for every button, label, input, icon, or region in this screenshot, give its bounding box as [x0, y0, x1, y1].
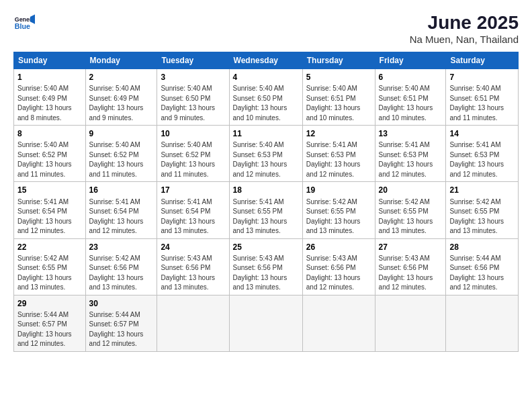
logo: General Blue [13, 12, 35, 34]
calendar-cell: 2Sunrise: 5:40 AMSunset: 6:49 PMDaylight… [85, 69, 157, 126]
calendar-cell: 5Sunrise: 5:40 AMSunset: 6:51 PMDaylight… [302, 69, 375, 126]
day-number: 4 [233, 72, 299, 83]
calendar-cell: 28Sunrise: 5:44 AMSunset: 6:56 PMDayligh… [446, 238, 519, 295]
calendar-header-row: SundayMondayTuesdayWednesdayThursdayFrid… [14, 52, 519, 69]
day-number: 24 [161, 242, 225, 253]
calendar-week-row: 8Sunrise: 5:40 AMSunset: 6:52 PMDaylight… [14, 126, 519, 182]
day-number: 18 [233, 185, 299, 195]
day-number: 16 [89, 185, 154, 195]
day-info: Sunrise: 5:40 AMSunset: 6:49 PMDaylight:… [89, 85, 144, 122]
calendar-week-row: 22Sunrise: 5:42 AMSunset: 6:55 PMDayligh… [14, 238, 519, 295]
calendar-cell: 29Sunrise: 5:44 AMSunset: 6:57 PMDayligh… [14, 295, 86, 351]
calendar-cell [375, 295, 446, 351]
day-info: Sunrise: 5:40 AMSunset: 6:52 PMDaylight:… [17, 141, 72, 178]
day-number: 8 [17, 128, 82, 139]
calendar-cell: 18Sunrise: 5:41 AMSunset: 6:55 PMDayligh… [229, 182, 302, 238]
calendar-cell: 8Sunrise: 5:40 AMSunset: 6:52 PMDaylight… [14, 126, 86, 182]
weekday-header-sunday: Sunday [14, 52, 86, 69]
weekday-header-tuesday: Tuesday [157, 52, 229, 69]
day-info: Sunrise: 5:42 AMSunset: 6:56 PMDaylight:… [89, 255, 144, 291]
day-number: 29 [17, 298, 82, 309]
calendar-cell: 14Sunrise: 5:41 AMSunset: 6:53 PMDayligh… [446, 126, 519, 182]
weekday-header-thursday: Thursday [302, 52, 375, 69]
day-info: Sunrise: 5:40 AMSunset: 6:51 PMDaylight:… [306, 85, 361, 122]
day-number: 15 [17, 185, 82, 195]
calendar-cell: 10Sunrise: 5:40 AMSunset: 6:52 PMDayligh… [157, 126, 229, 182]
day-number: 14 [449, 128, 515, 139]
calendar-cell: 4Sunrise: 5:40 AMSunset: 6:50 PMDaylight… [229, 69, 302, 126]
weekday-header-saturday: Saturday [446, 52, 519, 69]
calendar-cell: 23Sunrise: 5:42 AMSunset: 6:56 PMDayligh… [85, 238, 157, 295]
day-number: 27 [379, 242, 443, 253]
calendar-cell: 30Sunrise: 5:44 AMSunset: 6:57 PMDayligh… [85, 295, 157, 351]
day-info: Sunrise: 5:40 AMSunset: 6:49 PMDaylight:… [17, 85, 72, 122]
day-info: Sunrise: 5:40 AMSunset: 6:52 PMDaylight:… [89, 141, 144, 178]
day-number: 11 [233, 128, 299, 139]
calendar-cell: 6Sunrise: 5:40 AMSunset: 6:51 PMDaylight… [375, 69, 446, 126]
calendar-cell: 15Sunrise: 5:41 AMSunset: 6:54 PMDayligh… [14, 182, 86, 238]
calendar-cell: 22Sunrise: 5:42 AMSunset: 6:55 PMDayligh… [14, 238, 86, 295]
day-info: Sunrise: 5:40 AMSunset: 6:51 PMDaylight:… [449, 85, 504, 122]
calendar-cell [302, 295, 375, 351]
day-info: Sunrise: 5:44 AMSunset: 6:56 PMDaylight:… [449, 255, 504, 291]
day-info: Sunrise: 5:42 AMSunset: 6:55 PMDaylight:… [17, 255, 72, 291]
day-info: Sunrise: 5:40 AMSunset: 6:50 PMDaylight:… [233, 85, 287, 122]
day-number: 20 [379, 185, 443, 195]
month-year-title: June 2025 [410, 12, 519, 34]
calendar-cell: 21Sunrise: 5:42 AMSunset: 6:55 PMDayligh… [446, 182, 519, 238]
day-number: 6 [379, 72, 443, 83]
calendar-cell: 12Sunrise: 5:41 AMSunset: 6:53 PMDayligh… [302, 126, 375, 182]
header: General Blue June 2025 Na Muen, Nan, Tha… [13, 12, 519, 45]
calendar-cell [157, 295, 229, 351]
calendar-week-row: 1Sunrise: 5:40 AMSunset: 6:49 PMDaylight… [14, 69, 519, 126]
calendar-cell: 27Sunrise: 5:43 AMSunset: 6:56 PMDayligh… [375, 238, 446, 295]
day-number: 9 [89, 128, 154, 139]
calendar-cell: 1Sunrise: 5:40 AMSunset: 6:49 PMDaylight… [14, 69, 86, 126]
calendar-cell: 17Sunrise: 5:41 AMSunset: 6:54 PMDayligh… [157, 182, 229, 238]
calendar-cell [446, 295, 519, 351]
day-number: 26 [306, 242, 371, 253]
day-number: 28 [449, 242, 515, 253]
weekday-header-monday: Monday [85, 52, 157, 69]
calendar-cell [229, 295, 302, 351]
day-number: 12 [306, 128, 371, 139]
title-block: June 2025 Na Muen, Nan, Thailand [410, 12, 519, 45]
day-number: 2 [89, 72, 154, 83]
calendar-week-row: 15Sunrise: 5:41 AMSunset: 6:54 PMDayligh… [14, 182, 519, 238]
day-info: Sunrise: 5:40 AMSunset: 6:51 PMDaylight:… [379, 85, 433, 122]
calendar-cell: 24Sunrise: 5:43 AMSunset: 6:56 PMDayligh… [157, 238, 229, 295]
day-info: Sunrise: 5:42 AMSunset: 6:55 PMDaylight:… [306, 198, 361, 235]
day-info: Sunrise: 5:41 AMSunset: 6:54 PMDaylight:… [89, 198, 144, 235]
day-info: Sunrise: 5:44 AMSunset: 6:57 PMDaylight:… [17, 311, 72, 348]
calendar-cell: 26Sunrise: 5:43 AMSunset: 6:56 PMDayligh… [302, 238, 375, 295]
day-number: 7 [449, 72, 515, 83]
day-number: 13 [379, 128, 443, 139]
day-info: Sunrise: 5:40 AMSunset: 6:50 PMDaylight:… [161, 85, 215, 122]
calendar-cell: 7Sunrise: 5:40 AMSunset: 6:51 PMDaylight… [446, 69, 519, 126]
calendar-cell: 20Sunrise: 5:42 AMSunset: 6:55 PMDayligh… [375, 182, 446, 238]
calendar-cell: 19Sunrise: 5:42 AMSunset: 6:55 PMDayligh… [302, 182, 375, 238]
day-info: Sunrise: 5:43 AMSunset: 6:56 PMDaylight:… [233, 255, 287, 291]
day-info: Sunrise: 5:40 AMSunset: 6:52 PMDaylight:… [161, 141, 215, 178]
day-number: 21 [449, 185, 515, 195]
day-info: Sunrise: 5:41 AMSunset: 6:53 PMDaylight:… [306, 141, 361, 178]
day-info: Sunrise: 5:41 AMSunset: 6:55 PMDaylight:… [233, 198, 287, 235]
calendar-cell: 11Sunrise: 5:40 AMSunset: 6:53 PMDayligh… [229, 126, 302, 182]
calendar-cell: 9Sunrise: 5:40 AMSunset: 6:52 PMDaylight… [85, 126, 157, 182]
location-subtitle: Na Muen, Nan, Thailand [410, 34, 519, 45]
day-number: 3 [161, 72, 225, 83]
day-info: Sunrise: 5:43 AMSunset: 6:56 PMDaylight:… [379, 255, 433, 291]
day-number: 5 [306, 72, 371, 83]
day-number: 30 [89, 298, 154, 309]
day-info: Sunrise: 5:43 AMSunset: 6:56 PMDaylight:… [161, 255, 215, 291]
day-info: Sunrise: 5:41 AMSunset: 6:53 PMDaylight:… [449, 141, 504, 178]
day-info: Sunrise: 5:44 AMSunset: 6:57 PMDaylight:… [89, 311, 144, 348]
day-info: Sunrise: 5:41 AMSunset: 6:54 PMDaylight:… [161, 198, 215, 235]
calendar-cell: 16Sunrise: 5:41 AMSunset: 6:54 PMDayligh… [85, 182, 157, 238]
day-info: Sunrise: 5:43 AMSunset: 6:56 PMDaylight:… [306, 255, 361, 291]
calendar-table: SundayMondayTuesdayWednesdayThursdayFrid… [13, 52, 519, 352]
day-number: 25 [233, 242, 299, 253]
weekday-header-wednesday: Wednesday [229, 52, 302, 69]
svg-text:Blue: Blue [15, 22, 30, 30]
day-info: Sunrise: 5:41 AMSunset: 6:54 PMDaylight:… [17, 198, 72, 235]
